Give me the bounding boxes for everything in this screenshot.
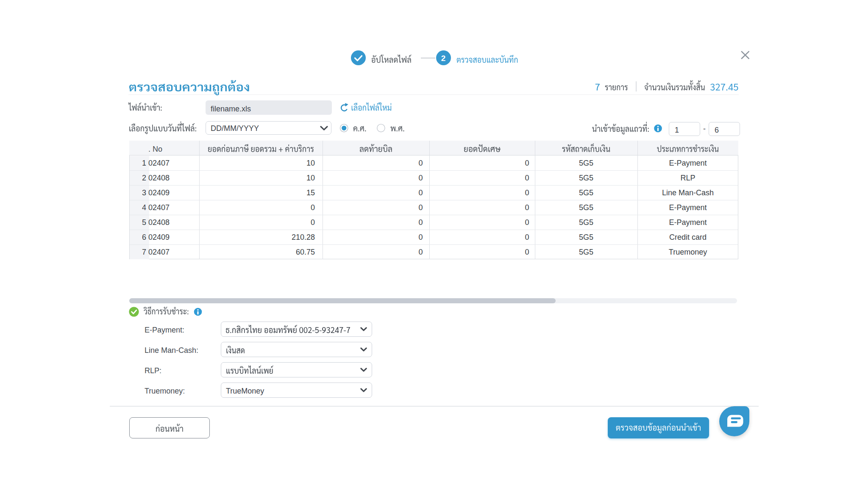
svg-text:0: 0 bbox=[418, 189, 423, 197]
svg-text:5G5: 5G5 bbox=[579, 189, 593, 197]
svg-text:TrueMoney: TrueMoney bbox=[226, 387, 264, 395]
svg-text:Truemoney: Truemoney bbox=[669, 248, 707, 256]
svg-text:4 02407: 4 02407 bbox=[142, 203, 170, 212]
svg-text:3 02409: 3 02409 bbox=[142, 189, 170, 197]
svg-text:0: 0 bbox=[525, 248, 529, 256]
svg-text:5G5: 5G5 bbox=[579, 174, 593, 182]
svg-text:Credit card: Credit card bbox=[669, 233, 707, 241]
svg-text:10: 10 bbox=[306, 159, 315, 167]
svg-text:E-Payment:: E-Payment: bbox=[145, 326, 184, 334]
svg-text:0: 0 bbox=[525, 218, 529, 227]
svg-text:. No: . No bbox=[148, 145, 162, 153]
svg-text:5G5: 5G5 bbox=[579, 233, 593, 241]
svg-text:0: 0 bbox=[525, 174, 529, 182]
svg-text:0: 0 bbox=[418, 203, 423, 212]
svg-text:10: 10 bbox=[306, 174, 315, 182]
svg-text:60.75: 60.75 bbox=[296, 248, 315, 256]
svg-text:E-Payment: E-Payment bbox=[669, 218, 707, 227]
svg-text:0: 0 bbox=[311, 218, 315, 227]
svg-text:E-Payment: E-Payment bbox=[669, 203, 707, 212]
svg-text:7 02407: 7 02407 bbox=[142, 248, 170, 256]
svg-text:0: 0 bbox=[418, 248, 423, 256]
svg-text:RLP:: RLP: bbox=[145, 366, 161, 375]
svg-text:1 02407: 1 02407 bbox=[142, 159, 170, 167]
svg-text:6: 6 bbox=[715, 126, 719, 134]
svg-text:0: 0 bbox=[418, 159, 423, 167]
svg-text:15: 15 bbox=[306, 189, 315, 197]
svg-text:Line Man-Cash: Line Man-Cash bbox=[662, 189, 714, 197]
svg-text:0: 0 bbox=[418, 233, 423, 241]
svg-text:DD/MM/YYYY: DD/MM/YYYY bbox=[211, 124, 259, 133]
svg-text:Truemoney:: Truemoney: bbox=[145, 387, 185, 395]
svg-text:5 02408: 5 02408 bbox=[142, 218, 170, 227]
svg-text:5G5: 5G5 bbox=[579, 218, 593, 227]
svg-text:5G5: 5G5 bbox=[579, 159, 593, 167]
svg-text:0: 0 bbox=[525, 189, 529, 197]
svg-text:6 02409: 6 02409 bbox=[142, 233, 170, 241]
svg-text:Line Man-Cash:: Line Man-Cash: bbox=[145, 346, 198, 355]
svg-text:0: 0 bbox=[525, 233, 529, 241]
svg-text:-: - bbox=[703, 125, 706, 133]
svg-text:0: 0 bbox=[311, 203, 315, 212]
svg-text:0: 0 bbox=[525, 203, 529, 212]
svg-text:0: 0 bbox=[418, 218, 423, 227]
svg-text:E-Payment: E-Payment bbox=[669, 159, 707, 167]
svg-text:filename.xls: filename.xls bbox=[211, 105, 251, 113]
svg-text:0: 0 bbox=[418, 174, 423, 182]
svg-text:1: 1 bbox=[675, 126, 679, 134]
svg-text:210.28: 210.28 bbox=[292, 233, 315, 241]
svg-text:2 02408: 2 02408 bbox=[142, 174, 170, 182]
svg-text:0: 0 bbox=[525, 159, 529, 167]
svg-text:2: 2 bbox=[441, 54, 446, 63]
svg-text:RLP: RLP bbox=[680, 174, 695, 182]
svg-text:5G5: 5G5 bbox=[579, 203, 593, 212]
svg-text:5G5: 5G5 bbox=[579, 248, 593, 256]
